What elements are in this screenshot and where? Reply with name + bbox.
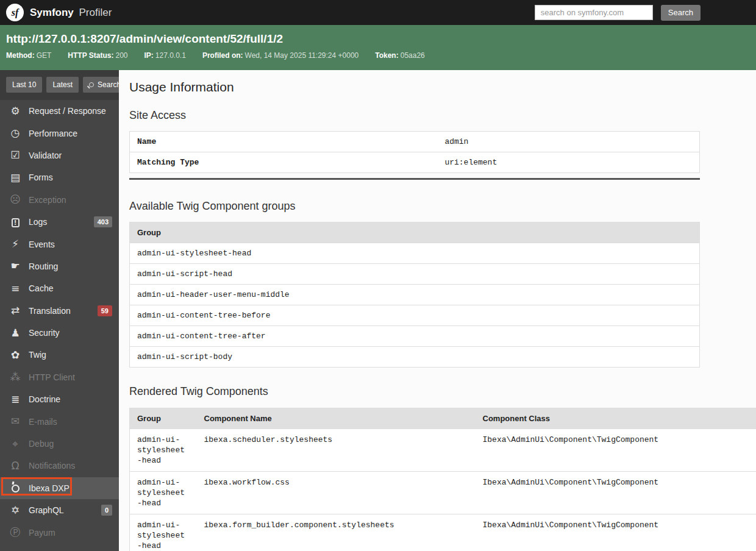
clipboard-icon: ▤: [8, 172, 23, 183]
sidebar-item-performance[interactable]: ◷ Performance: [0, 122, 119, 144]
sidebar-item-forms[interactable]: ▤ Forms: [0, 166, 119, 188]
ibexa-logo-icon: [8, 483, 23, 493]
database-icon: ≣: [8, 394, 23, 405]
sidebar-item-validator[interactable]: ☑ Validator: [0, 144, 119, 166]
table-row: admin-ui-script-head: [130, 264, 700, 285]
table-row: admin-ui-stylesheet-head ibexa.scheduler…: [130, 429, 756, 472]
signpost-icon: ☛: [8, 261, 23, 271]
twig-groups-table: Group admin-ui-stylesheet-head admin-ui-…: [129, 222, 700, 368]
translation-count-badge: 59: [98, 305, 112, 316]
search-button[interactable]: Search: [661, 5, 701, 21]
payum-icon: Ⓟ: [8, 527, 23, 538]
sidebar-item-doctrine[interactable]: ≣ Doctrine: [0, 388, 119, 410]
table-row: admin-ui-stylesheet-head ibexa.form_buil…: [130, 514, 756, 551]
table-row: admin-ui-content-tree-before: [130, 305, 700, 326]
crosshair-icon: ⌖: [8, 439, 23, 449]
sidebar-item-exception: ☹ Exception: [0, 189, 119, 211]
rendered-components-heading: Rendered Twig Components: [129, 385, 756, 398]
magnifier-icon: [89, 82, 94, 87]
profiler-sidebar: Last 10 Latest Search ⚙ Request / Respon…: [0, 70, 119, 551]
table-row: Name admin: [130, 132, 700, 152]
table-row: Matching Type uri:element: [130, 152, 700, 173]
site-access-table: Name admin Matching Type uri:element: [129, 131, 700, 173]
latest-button[interactable]: Latest: [46, 77, 79, 93]
table-header-row: Group: [130, 222, 700, 243]
exclamation-book-icon: !: [8, 216, 23, 227]
ghost-icon: ☹: [8, 194, 23, 205]
table-row: admin-ui-stylesheet-head ibexa.workflow.…: [130, 472, 756, 514]
meta-method: Method:GET: [6, 51, 51, 60]
envelope-icon: ✉: [8, 416, 23, 427]
bell-icon: Ω: [8, 461, 23, 471]
rendered-components-table: Group Component Name Component Class adm…: [129, 408, 756, 551]
logs-count-badge: 403: [94, 216, 112, 227]
twig-leaf-icon: ✿: [8, 350, 23, 360]
meta-token: Token:05aa26: [375, 51, 425, 60]
column-header-group: Group: [130, 222, 700, 243]
meta-ip: IP:127.0.0.1: [144, 51, 185, 60]
sidebar-item-notifications: Ω Notifications: [0, 455, 119, 477]
graphql-count-badge: 0: [101, 505, 112, 516]
brand-name: Symfony: [30, 7, 74, 18]
sidebar-item-http-client: ⁂ HTTP Client: [0, 366, 119, 388]
sidebar-item-debug: ⌖ Debug: [0, 433, 119, 455]
layers-icon: ≡: [8, 283, 23, 294]
table-header-row: Group Component Name Component Class: [130, 408, 756, 429]
column-header-group: Group: [130, 408, 197, 429]
sidebar-item-logs[interactable]: ! Logs 403: [0, 211, 119, 233]
twig-groups-heading: Available Twig Component groups: [129, 199, 756, 213]
column-header-component-class: Component Class: [476, 408, 756, 429]
sidebar-item-emails: ✉ E-mails: [0, 410, 119, 432]
meta-profiled-on: Profiled on:Wed, 14 May 2025 11:29:24 +0…: [202, 51, 358, 60]
sidebar-item-request-response[interactable]: ⚙ Request / Response: [0, 100, 119, 122]
sidebar-item-events[interactable]: ⚡ Events: [0, 233, 119, 255]
table-row: admin-ui-script-body: [130, 347, 700, 368]
app-title: Symfony Profiler: [30, 7, 112, 19]
sidebar-item-twig[interactable]: ✿ Twig: [0, 344, 119, 366]
user-icon: ♟: [8, 328, 23, 338]
site-access-heading: Site Access: [129, 108, 756, 122]
checkbox-icon: ☑: [8, 150, 23, 160]
topbar-search: Search: [535, 5, 701, 21]
sidebar-controls: Last 10 Latest Search: [0, 70, 119, 100]
request-meta: Method:GET HTTP Status:200 IP:127.0.0.1 …: [6, 51, 750, 60]
sidebar-item-cache[interactable]: ≡ Cache: [0, 277, 119, 299]
top-bar: sf Symfony Profiler Search: [0, 0, 756, 25]
sidebar-item-translation[interactable]: ⇄ Translation 59: [0, 300, 119, 322]
sidebar-item-security[interactable]: ♟ Security: [0, 322, 119, 344]
page-title: Usage Information: [129, 79, 756, 95]
sidebar-menu: ⚙ Request / Response ◷ Performance ☑ Val…: [0, 100, 119, 544]
sidebar-item-graphql[interactable]: ✡ GraphQL 0: [0, 499, 119, 521]
nodes-icon: ⁂: [8, 372, 23, 382]
table-row: admin-ui-header-user-menu-middle: [130, 285, 700, 305]
meta-http-status: HTTP Status:200: [68, 51, 127, 60]
column-header-component-name: Component Name: [197, 408, 476, 429]
stopwatch-icon: ◷: [8, 128, 23, 138]
request-summary-bar: http://127.0.0.1:8207/admin/view/content…: [0, 25, 756, 70]
graphql-icon: ✡: [8, 505, 23, 516]
section-divider: [129, 178, 700, 180]
sidebar-item-routing[interactable]: ☛ Routing: [0, 255, 119, 277]
last-10-button[interactable]: Last 10: [6, 77, 42, 93]
gears-icon: ⚙: [8, 106, 23, 116]
brand-suffix: Profiler: [79, 7, 112, 18]
table-row: admin-ui-content-tree-after: [130, 326, 700, 347]
broadcast-icon: ⚡: [8, 239, 23, 249]
request-url: http://127.0.0.1:8207/admin/view/content…: [6, 32, 750, 46]
search-input[interactable]: [535, 5, 653, 20]
sidebar-item-payum: Ⓟ Payum: [0, 521, 119, 543]
sidebar-item-ibexa-dxp[interactable]: Ibexa DXP: [0, 477, 119, 499]
symfony-logo-icon: sf: [6, 4, 24, 21]
table-row: admin-ui-stylesheet-head: [130, 243, 700, 264]
panel-content: Usage Information Site Access Name admin…: [119, 70, 756, 551]
translate-icon: ⇄: [8, 305, 23, 316]
